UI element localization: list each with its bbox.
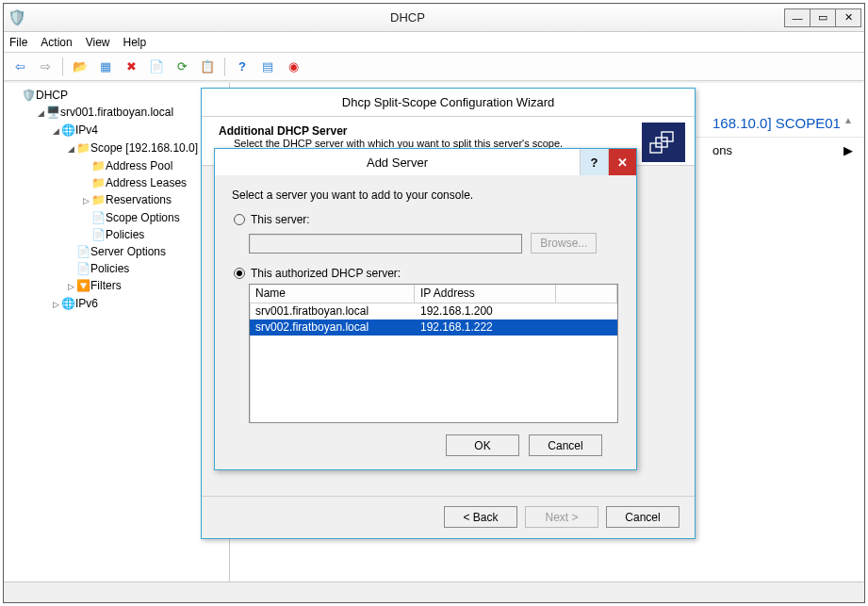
add-server-title: Add Server	[215, 149, 580, 175]
tree-label: IPv4	[75, 123, 98, 137]
toolbar-separator	[224, 57, 225, 76]
next-button[interactable]: Next >	[525, 506, 598, 528]
menu-help[interactable]: Help	[123, 36, 147, 49]
record-icon[interactable]: ◉	[283, 57, 303, 77]
maximize-button[interactable]: ▭	[810, 8, 836, 27]
listview-header[interactable]: Name IP Address	[250, 285, 617, 303]
minimize-button[interactable]: —	[784, 8, 811, 27]
open-icon[interactable]: 📂	[70, 57, 90, 77]
radio-authorized-server[interactable]: This authorized DHCP server:	[234, 267, 619, 280]
close-button[interactable]: ✕	[608, 149, 636, 175]
menu-action[interactable]: Action	[41, 36, 72, 49]
wizard-heading: Additional DHCP Server	[219, 124, 683, 138]
server-row[interactable]: srv001.firatboyan.local192.168.1.200	[250, 303, 617, 319]
delete-icon[interactable]: ✖	[121, 57, 141, 77]
more-icon[interactable]: ▶	[843, 143, 853, 157]
server-name-cell: srv001.firatboyan.local	[250, 303, 415, 319]
refresh-icon[interactable]: ⟳	[172, 57, 192, 77]
nav-forward-icon[interactable]: ⇨	[35, 57, 56, 77]
toolbar-separator	[62, 57, 63, 76]
browse-button: Browse...	[531, 233, 597, 254]
tree-label: IPv6	[75, 297, 98, 310]
tree-label: Policies	[106, 228, 144, 241]
cancel-button[interactable]: Cancel	[606, 506, 680, 528]
tree-label: Server Options	[90, 245, 166, 258]
tree-node-server[interactable]: ◢🖥️srv001.firatboyan.local ◢🌐IPv4 ◢📁Scop…	[36, 104, 227, 313]
server-row[interactable]: srv002.firatboyan.local192.168.1.222	[250, 319, 617, 336]
column-ip[interactable]: IP Address	[415, 285, 556, 303]
server-ip-cell: 192.168.1.200	[415, 303, 556, 319]
window-title: DHCP	[30, 10, 785, 25]
toolbar: ⇦ ⇨ 📂 ▦ ✖ 📄 ⟳ 📋 ? ▤ ◉	[4, 53, 864, 81]
app-icon: 🛡️	[4, 8, 30, 26]
detail-scope-title: 168.10.0] SCOPE01	[712, 115, 841, 131]
tree-label: Address Leases	[106, 176, 187, 189]
detail-actions-label[interactable]: ons	[712, 143, 732, 157]
help-icon[interactable]: ?	[232, 57, 253, 77]
server-listview[interactable]: Name IP Address srv001.firatboyan.local1…	[249, 284, 618, 423]
help-button[interactable]: ?	[580, 149, 608, 175]
server-name-cell: srv002.firatboyan.local	[250, 319, 415, 336]
tree-label: srv001.firatboyan.local	[60, 106, 173, 119]
radio-this-server[interactable]: This server:	[234, 213, 619, 226]
column-name[interactable]: Name	[250, 285, 415, 303]
menu-view[interactable]: View	[86, 36, 110, 49]
dhcp-logo-icon	[642, 123, 685, 162]
main-titlebar[interactable]: 🛡️ DHCP — ▭ ✕	[4, 4, 864, 32]
collapse-icon[interactable]: ▲	[843, 115, 853, 131]
back-button[interactable]: < Back	[444, 506, 517, 528]
tree-label: DHCP	[36, 89, 68, 102]
add-server-prompt: Select a server you want to add to your …	[232, 188, 619, 202]
wizard-title[interactable]: Dhcp Split-Scope Configuration Wizard	[202, 89, 695, 117]
tree-label: Scope Options	[106, 211, 180, 224]
server-ip-cell: 192.168.1.222	[415, 319, 556, 336]
radio-icon	[234, 268, 245, 279]
this-server-input	[249, 234, 522, 254]
column-spacer	[556, 285, 617, 303]
cancel-button[interactable]: Cancel	[529, 434, 602, 456]
nav-back-icon[interactable]: ⇦	[9, 57, 30, 77]
menu-bar: File Action View Help	[4, 32, 864, 53]
menu-file[interactable]: File	[9, 36, 27, 49]
close-button[interactable]: ✕	[835, 8, 861, 27]
add-server-titlebar[interactable]: Add Server ? ✕	[215, 149, 636, 175]
tree-label: Filters	[90, 279, 122, 292]
tree-label: Policies	[90, 262, 129, 275]
add-server-dialog: Add Server ? ✕ Select a server you want …	[214, 148, 637, 470]
ok-button[interactable]: OK	[446, 434, 519, 456]
tree-node-dhcp[interactable]: 🛡️DHCP ◢🖥️srv001.firatboyan.local ◢🌐IPv4…	[21, 87, 227, 313]
status-bar	[4, 581, 864, 602]
export-icon[interactable]: 📋	[197, 57, 218, 77]
calendar-icon[interactable]: ▤	[257, 57, 278, 77]
tree-label: Reservations	[106, 193, 172, 206]
panel-icon[interactable]: ▦	[95, 57, 116, 77]
radio-authorized-label: This authorized DHCP server:	[251, 267, 401, 280]
radio-icon	[234, 214, 245, 225]
properties-icon[interactable]: 📄	[146, 57, 167, 77]
radio-this-server-label: This server:	[251, 213, 310, 226]
tree-label: Address Pool	[106, 159, 172, 172]
tree-pane[interactable]: 🛡️DHCP ◢🖥️srv001.firatboyan.local ◢🌐IPv4…	[4, 83, 230, 581]
wizard-footer: < Back Next > Cancel	[202, 496, 695, 537]
